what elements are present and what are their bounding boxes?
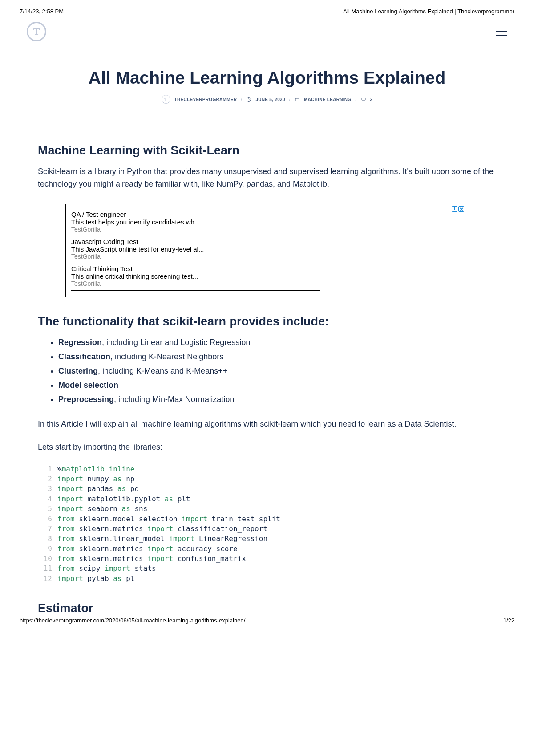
feature-list: Regression, including Linear and Logisti… xyxy=(38,337,496,406)
code-line: 5import seaborn as sns xyxy=(38,504,496,514)
article-content: Machine Learning with Scikit-Learn Sciki… xyxy=(0,144,534,615)
ad-container: i QA / Test engineerThis test helps you … xyxy=(65,204,469,297)
section-heading: Estimator xyxy=(38,602,496,615)
code-line: 3import pandas as pd xyxy=(38,484,496,494)
article-title: All Machine Learning Algorithms Explaine… xyxy=(0,68,534,88)
ad-sponsor: TestGorilla xyxy=(71,280,320,287)
code-line: 9from sklearn.metrics import accuracy_sc… xyxy=(38,544,496,554)
line-number: 10 xyxy=(38,554,57,564)
list-item: Preprocessing, including Min-Max Normali… xyxy=(58,394,496,406)
body-paragraph: Lets start by importing the libraries: xyxy=(38,441,496,454)
line-number: 5 xyxy=(38,504,57,514)
ad-item[interactable]: Javascript Coding TestThis JavaScript on… xyxy=(71,236,320,263)
article-hero: All Machine Learning Algorithms Explaine… xyxy=(0,68,534,104)
ad-close-icon[interactable] xyxy=(458,206,464,212)
ad-title: Critical Thinking Test xyxy=(71,265,320,272)
code-line: 7from sklearn.metrics import classificat… xyxy=(38,524,496,534)
ad-sponsor: TestGorilla xyxy=(71,226,320,233)
ad-title: QA / Test engineer xyxy=(71,211,320,218)
body-paragraph: Scikit-learn is a library in Python that… xyxy=(38,166,496,191)
code-line: 2import numpy as np xyxy=(38,474,496,484)
meta-separator: / xyxy=(289,97,291,102)
section-heading: The functionality that scikit-learn prov… xyxy=(38,315,496,329)
line-number: 11 xyxy=(38,564,57,573)
line-number: 9 xyxy=(38,544,57,554)
article-comments[interactable]: 2 xyxy=(370,97,373,102)
list-item: Classification, including K-Nearest Neig… xyxy=(58,351,496,363)
code-line: 4import matplotlib.pyplot as plt xyxy=(38,494,496,504)
line-number: 7 xyxy=(38,524,57,534)
code-line: 6from sklearn.model_selection import tra… xyxy=(38,514,496,524)
ad-description: This JavaScript online test for entry-le… xyxy=(71,245,320,253)
line-number: 2 xyxy=(38,474,57,484)
meta-separator: / xyxy=(241,97,242,102)
code-line: 12import pylab as pl xyxy=(38,574,496,584)
print-footer: https://thecleverprogrammer.com/2020/06/… xyxy=(0,615,534,630)
print-url: https://thecleverprogrammer.com/2020/06/… xyxy=(20,617,245,624)
site-nav: T xyxy=(0,15,534,41)
meta-separator: / xyxy=(355,97,356,102)
ad-title: Javascript Coding Test xyxy=(71,238,320,245)
svg-rect-1 xyxy=(295,98,299,101)
folder-icon xyxy=(295,97,300,102)
line-number: 1 xyxy=(38,464,57,474)
article-author[interactable]: THECLEVERPROGRAMMER xyxy=(174,97,237,102)
ad-description: This online critical thinking screening … xyxy=(71,272,320,280)
list-item: Model selection xyxy=(58,379,496,391)
ad-sponsor: TestGorilla xyxy=(71,253,320,260)
section-heading: Machine Learning with Scikit-Learn xyxy=(38,144,496,158)
article-category[interactable]: MACHINE LEARNING xyxy=(304,97,351,102)
line-number: 3 xyxy=(38,484,57,494)
print-datetime: 7/14/23, 2:58 PM xyxy=(20,8,64,15)
author-avatar-icon: T xyxy=(162,95,170,104)
print-page: 1/22 xyxy=(503,617,514,624)
ad-description: This test helps you identify candidates … xyxy=(71,218,320,226)
code-line: 11from scipy import stats xyxy=(38,564,496,573)
code-line: 10from sklearn.metrics import confusion_… xyxy=(38,554,496,564)
list-item: Clustering, including K-Means and K-Mean… xyxy=(58,365,496,377)
menu-toggle-icon[interactable] xyxy=(496,28,507,36)
site-logo[interactable]: T xyxy=(27,22,46,41)
line-number: 6 xyxy=(38,514,57,524)
print-header: 7/14/23, 2:58 PM All Machine Learning Al… xyxy=(0,0,534,15)
print-title: All Machine Learning Algorithms Explaine… xyxy=(343,8,514,15)
clock-icon xyxy=(246,97,251,102)
body-paragraph: In this Article I will explain all machi… xyxy=(38,418,496,431)
line-number: 4 xyxy=(38,494,57,504)
code-line: 8from sklearn.linear_model import Linear… xyxy=(38,534,496,544)
ad-item[interactable]: Critical Thinking TestThis online critic… xyxy=(71,263,320,291)
article-meta: T THECLEVERPROGRAMMER / JUNE 5, 2020 / M… xyxy=(0,95,534,104)
line-number: 12 xyxy=(38,574,57,584)
ad-controls: i xyxy=(452,206,464,212)
ad-info-icon[interactable]: i xyxy=(452,206,457,212)
code-line: 1%matplotlib inline xyxy=(38,464,496,474)
line-number: 8 xyxy=(38,534,57,544)
code-block: 1%matplotlib inline2import numpy as np3i… xyxy=(38,464,496,584)
article-date[interactable]: JUNE 5, 2020 xyxy=(255,97,285,102)
ad-item[interactable]: QA / Test engineerThis test helps you id… xyxy=(71,209,320,236)
comment-icon xyxy=(361,97,366,102)
list-item: Regression, including Linear and Logisti… xyxy=(58,337,496,349)
